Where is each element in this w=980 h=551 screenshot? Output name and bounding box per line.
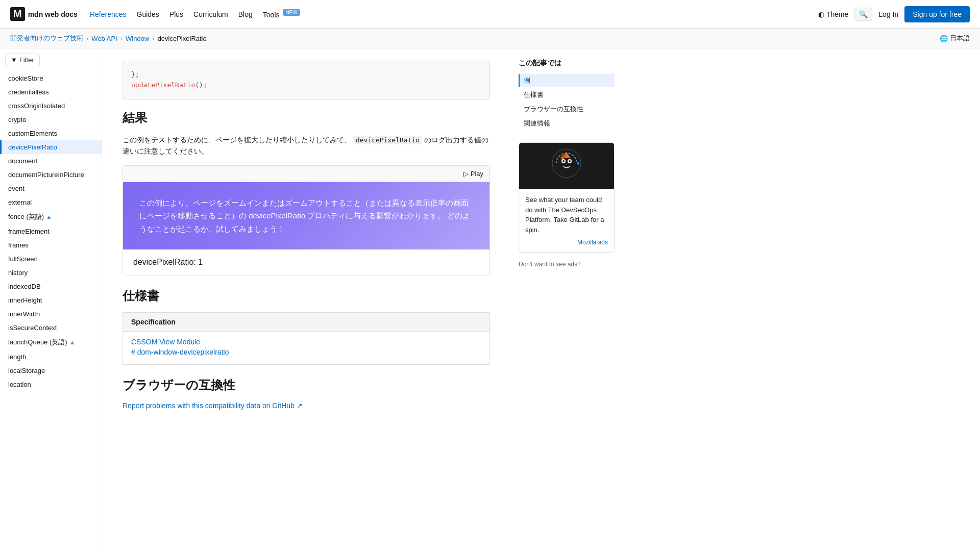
signup-button[interactable]: Sign up for free <box>904 6 970 22</box>
sidebar-item-length[interactable]: length <box>0 350 102 364</box>
sidebar-item-crossoriginisolated[interactable]: crossOriginIsolated <box>0 99 102 113</box>
play-button[interactable]: ▷ Play <box>463 170 483 178</box>
ad-description: See what your team could do with The Dev… <box>525 195 608 235</box>
result-code-inline: devicePixelRatio <box>353 136 422 144</box>
sidebar-item-issecurecontext[interactable]: isSecureContext <box>0 321 102 335</box>
sidebar-item-event[interactable]: event <box>0 182 102 195</box>
experimental-badge-launchqueue: ▲ <box>69 339 76 346</box>
toc-title: この記事では <box>519 59 615 68</box>
play-header: ▷ Play <box>123 166 489 182</box>
nav-link-references[interactable]: References <box>90 8 127 20</box>
filter-icon: ▼ <box>11 56 17 64</box>
toc-item-3[interactable]: 関連情報 <box>519 117 615 130</box>
toc-item-1[interactable]: 仕様書 <box>519 88 615 102</box>
spec-link-2[interactable]: # dom-window-devicepixelratio <box>131 348 481 356</box>
demo-box: この例により、ページをズームインまたはズームアウトすること（または異なる表示倍率… <box>123 182 489 250</box>
nav-link-blog[interactable]: Blog <box>238 8 253 20</box>
breadcrumb-item-2[interactable]: Window <box>126 35 149 42</box>
toc-item-2[interactable]: ブラウザーの互換性 <box>519 103 615 116</box>
top-nav: M mdn web docs References Guides Plus Cu… <box>0 0 980 29</box>
breadcrumb-sep-1: › <box>120 35 122 42</box>
spec-section: 仕様書 Specification CSSOM View Module # do… <box>122 288 490 365</box>
language-selector[interactable]: 🌐 日本語 <box>940 34 970 43</box>
sidebar-item-innerwidth[interactable]: innerWidth <box>0 307 102 321</box>
no-ads-text[interactable]: Don't want to see ads? <box>519 261 615 268</box>
compat-heading: ブラウザーの互換性 <box>122 377 490 393</box>
toc-sidebar: この記事では 例 仕様書 ブラウザーの互換性 関連情報 <box>510 48 623 551</box>
sidebar-item-crypto[interactable]: crypto <box>0 113 102 127</box>
ad-fox-icon <box>551 148 582 184</box>
theme-button[interactable]: ◐ Theme <box>818 10 849 18</box>
sidebar: ▼ Filter cookieStore credentialless cros… <box>0 48 102 551</box>
compat-section: ブラウザーの互換性 Report problems with this comp… <box>122 377 490 410</box>
spec-table: Specification CSSOM View Module # dom-wi… <box>122 312 490 365</box>
ad-content: See what your team could do with The Dev… <box>519 189 614 252</box>
sidebar-item-launchqueue[interactable]: launchQueue (英語) ▲ <box>0 335 102 350</box>
sidebar-item-localstorage[interactable]: localStorage <box>0 364 102 378</box>
code-line-1: }; <box>131 69 481 80</box>
result-description: この例をテストするために、ページを拡大したり縮小したりしてみて、 deviceP… <box>122 134 490 157</box>
sidebar-item-devicepixelratio[interactable]: devicePixelRatio <box>0 140 102 154</box>
code-function-name: updatePixelRatio <box>131 81 195 89</box>
sidebar-item-indexeddb[interactable]: indexedDB <box>0 280 102 293</box>
compat-github-link[interactable]: Report problems with this compatibility … <box>122 402 490 410</box>
breadcrumb-current: devicePixelRatio <box>158 35 207 42</box>
sidebar-item-location[interactable]: location <box>0 378 102 391</box>
breadcrumb: 開発者向けのウェブ技術 › Web API › Window › deviceP… <box>0 29 980 48</box>
sidebar-item-fence[interactable]: fence (英語) ▲ <box>0 209 102 224</box>
search-icon: 🔍 <box>859 10 868 18</box>
code-punctuation: (); <box>195 81 207 89</box>
demo-result: devicePixelRatio: 1 <box>123 249 489 275</box>
filter-button[interactable]: ▼ Filter <box>5 54 40 66</box>
globe-icon: 🌐 <box>940 35 948 42</box>
code-block: }; updatePixelRatio(); <box>122 61 490 99</box>
ad-box: See what your team could do with The Dev… <box>519 142 615 253</box>
sidebar-item-document[interactable]: document <box>0 154 102 168</box>
search-box[interactable]: 🔍 <box>854 8 872 21</box>
svg-point-5 <box>562 160 565 162</box>
sidebar-item-frameelement[interactable]: frameElement <box>0 224 102 238</box>
nav-link-guides[interactable]: Guides <box>137 8 159 20</box>
sidebar-item-documentpictureinpicture[interactable]: documentPictureInPicture <box>0 168 102 182</box>
toc-item-0[interactable]: 例 <box>519 74 615 87</box>
experimental-badge-fence: ▲ <box>46 213 52 220</box>
ad-image <box>519 143 614 189</box>
result-heading: 結果 <box>122 110 490 126</box>
sidebar-item-credentialless[interactable]: credentialless <box>0 85 102 99</box>
breadcrumb-sep-2: › <box>152 35 154 42</box>
logo-text: mdn web docs <box>28 10 78 18</box>
breadcrumb-sep-0: › <box>86 35 88 42</box>
mozilla-ads-link[interactable]: Mozilla ads <box>525 239 608 246</box>
spec-table-cell: CSSOM View Module # dom-window-devicepix… <box>123 332 490 365</box>
nav-link-plus[interactable]: Plus <box>169 8 183 20</box>
main-layout: ▼ Filter cookieStore credentialless cros… <box>0 48 980 551</box>
play-area: ▷ Play この例により、ページをズームインまたはズームアウトすること（または… <box>122 165 490 276</box>
nav-link-tools[interactable]: Tools NEW <box>263 8 300 21</box>
main-content: }; updatePixelRatio(); 結果 この例をテストするために、ペ… <box>102 48 510 551</box>
spec-col-header: Specification <box>123 313 490 332</box>
logo-m-icon: M <box>10 7 25 21</box>
nav-right: ◐ Theme 🔍 Log In Sign up for free <box>818 6 970 22</box>
external-link-icon: ↗ <box>297 402 303 410</box>
sidebar-item-frames[interactable]: frames <box>0 238 102 252</box>
spec-heading: 仕様書 <box>122 288 490 304</box>
breadcrumb-item-0[interactable]: 開発者向けのウェブ技術 <box>10 34 83 43</box>
tools-badge: NEW <box>283 9 300 16</box>
code-line-2: updatePixelRatio(); <box>131 80 481 91</box>
sidebar-item-external[interactable]: external <box>0 195 102 209</box>
spec-link-1[interactable]: CSSOM View Module <box>131 338 481 346</box>
nav-link-curriculum[interactable]: Curriculum <box>193 8 228 20</box>
sidebar-item-customelements[interactable]: customElements <box>0 127 102 140</box>
login-button[interactable]: Log In <box>878 10 898 18</box>
svg-point-6 <box>569 160 571 162</box>
nav-logo[interactable]: M mdn web docs <box>10 7 78 21</box>
sidebar-item-innerheight[interactable]: innerHeight <box>0 293 102 307</box>
sidebar-item-fullscreen[interactable]: fullScreen <box>0 252 102 266</box>
breadcrumb-item-1[interactable]: Web API <box>91 35 117 42</box>
theme-icon: ◐ <box>818 10 824 18</box>
nav-links: References Guides Plus Curriculum Blog T… <box>90 8 818 21</box>
sidebar-item-history[interactable]: history <box>0 266 102 280</box>
sidebar-item-cookiestore[interactable]: cookieStore <box>0 71 102 85</box>
